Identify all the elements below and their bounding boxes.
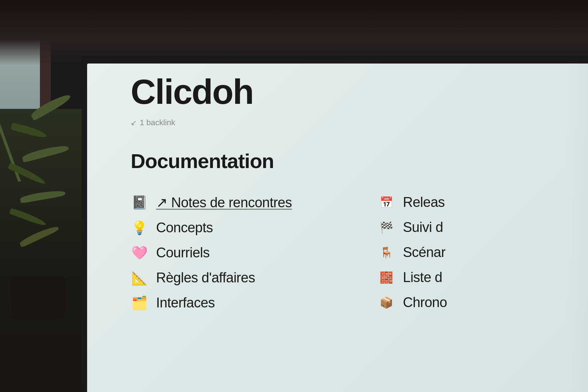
monitor-bezel-top <box>83 56 588 64</box>
page-title: Clicdoh <box>131 74 566 109</box>
scenarios-label: Scénar <box>403 245 445 260</box>
section-title: Documentation <box>131 149 566 173</box>
interfaces-icon: 🗂️ <box>131 295 148 311</box>
interfaces-label: Interfaces <box>156 295 215 311</box>
list-item-scenarios[interactable]: 🪑 Scénar <box>377 241 566 264</box>
release-label: Releas <box>403 195 445 210</box>
notes-label: ↗ Notes de rencontres <box>156 195 292 211</box>
list-item-liste[interactable]: 🧱 Liste d <box>377 266 566 289</box>
content-grid: 📓 ↗ Notes de rencontres 💡 Concepts 🩷 Cou… <box>131 191 566 314</box>
backlink-row[interactable]: ↙ 1 backlink <box>131 118 566 127</box>
list-item-suivi[interactable]: 🏁 Suivi d <box>377 216 566 239</box>
screen-edge-fade <box>566 64 588 392</box>
courriels-icon: 🩷 <box>131 245 148 261</box>
ceiling-area <box>0 0 588 65</box>
screen-content: Clicdoh ↙ 1 backlink Documentation 📓 ↗ N… <box>87 64 588 392</box>
list-item-chrono[interactable]: 📦 Chrono <box>377 291 566 314</box>
notes-icon: 📓 <box>131 195 148 210</box>
list-item-release[interactable]: 📅 Releas <box>377 191 566 214</box>
backlink-icon: ↙ <box>131 118 137 127</box>
concepts-label: Concepts <box>156 220 213 236</box>
right-items-container: 📅 Releas 🏁 Suivi d 🪑 Scénar 🧱 Liste d 📦 <box>377 191 566 314</box>
scenarios-icon: 🪑 <box>377 246 395 259</box>
list-item-concepts[interactable]: 💡 Concepts <box>131 216 363 239</box>
regles-icon: 📐 <box>131 270 148 286</box>
list-item-interfaces[interactable]: 🗂️ Interfaces <box>131 291 363 314</box>
chrono-label: Chrono <box>403 295 447 310</box>
list-item-notes[interactable]: 📓 ↗ Notes de rencontres <box>131 191 363 214</box>
suivi-icon: 🏁 <box>377 221 395 234</box>
chrono-icon: 📦 <box>377 296 395 309</box>
backlink-text: 1 backlink <box>140 118 175 127</box>
suivi-label: Suivi d <box>403 220 443 235</box>
liste-label: Liste d <box>403 270 442 285</box>
concepts-icon: 💡 <box>131 220 148 236</box>
liste-icon: 🧱 <box>377 271 395 284</box>
courriels-label: Courriels <box>156 245 210 261</box>
regles-label: Règles d'affaires <box>156 270 255 286</box>
list-item-regles[interactable]: 📐 Règles d'affaires <box>131 266 363 289</box>
plant-pot <box>11 276 65 319</box>
left-items-container: 📓 ↗ Notes de rencontres 💡 Concepts 🩷 Cou… <box>131 191 363 314</box>
list-item-courriels[interactable]: 🩷 Courriels <box>131 241 363 264</box>
release-icon: 📅 <box>377 196 395 209</box>
